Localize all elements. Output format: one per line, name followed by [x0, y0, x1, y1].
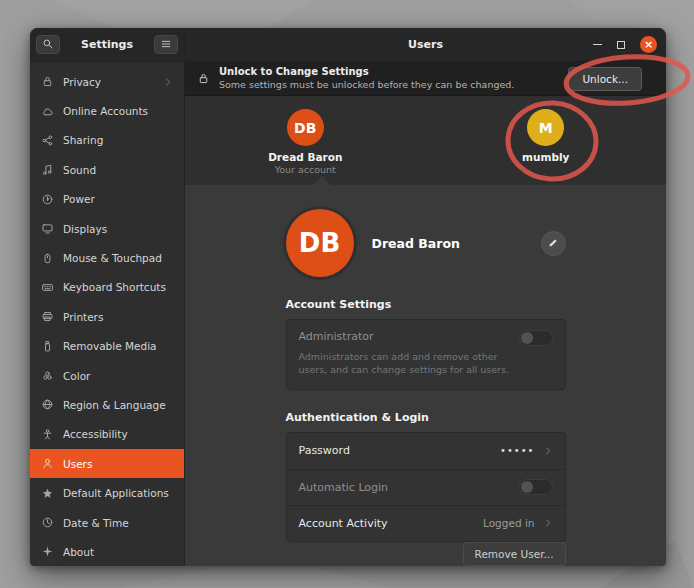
- sidebar-item-users[interactable]: Users: [30, 449, 184, 478]
- sidebar-item-label: Printers: [63, 311, 103, 323]
- password-row[interactable]: Password •••••: [287, 433, 565, 469]
- sidebar-item-sound[interactable]: Sound: [30, 155, 184, 184]
- window-controls: ×: [593, 36, 666, 53]
- titlebar: Users ×: [185, 28, 666, 62]
- search-button[interactable]: [36, 35, 60, 54]
- profile-row: DB Dread Baron: [286, 209, 566, 277]
- edit-name-button[interactable]: [541, 231, 566, 256]
- section-account-settings-title: Account Settings: [286, 298, 566, 311]
- app-title: Settings: [81, 38, 133, 51]
- sidebar-item-displays[interactable]: Displays: [30, 214, 184, 243]
- sidebar-item-label: Date & Time: [63, 517, 129, 529]
- maximize-button[interactable]: [617, 41, 625, 49]
- user-icon: [41, 457, 54, 470]
- sidebar-item-default-applications[interactable]: Default Applications: [30, 478, 184, 507]
- sidebar-header: Settings: [30, 28, 184, 62]
- chevron-right-icon: [163, 77, 173, 87]
- administrator-label: Administrator: [299, 330, 553, 343]
- section-authentication-title: Authentication & Login: [286, 411, 566, 424]
- unlock-banner: Unlock to Change Settings Some settings …: [185, 62, 666, 96]
- administrator-card: Administrator Administrators can add and…: [286, 319, 566, 390]
- administrator-toggle[interactable]: [519, 330, 553, 346]
- carousel-user-mumbly[interactable]: M mumbly: [481, 109, 611, 163]
- automatic-login-row: Automatic Login: [287, 469, 565, 505]
- sidebar-item-date-time[interactable]: Date & Time: [30, 508, 184, 537]
- sidebar-item-label: Displays: [63, 223, 107, 235]
- sidebar-item-keyboard-shortcuts[interactable]: Keyboard Shortcuts: [30, 273, 184, 302]
- accessibility-icon: [41, 428, 54, 441]
- selected-user-caret: [313, 176, 331, 185]
- pencil-icon: [547, 237, 559, 249]
- chevron-right-icon: [543, 518, 553, 528]
- user-carousel: DB Dread Baron Your account M mumbly: [185, 96, 666, 185]
- mouse-icon: [41, 252, 54, 265]
- unlock-text: Unlock to Change Settings Some settings …: [219, 66, 514, 90]
- sidebar-item-color[interactable]: Color: [30, 361, 184, 390]
- cloud-icon: [41, 105, 54, 118]
- sidebar-item-label: Mouse & Touchpad: [63, 252, 162, 264]
- unlock-subtitle: Some settings must be unlocked before th…: [219, 79, 514, 91]
- account-activity-value: Logged in: [483, 517, 534, 529]
- sidebar-item-label: Keyboard Shortcuts: [63, 281, 166, 293]
- carousel-user-dread-baron[interactable]: DB Dread Baron Your account: [240, 109, 370, 175]
- sidebar-item-about[interactable]: About: [30, 537, 184, 566]
- avatar: M: [527, 109, 564, 146]
- password-label: Password: [299, 444, 350, 457]
- sidebar-item-label: Region & Language: [63, 399, 166, 411]
- sidebar-item-online-accounts[interactable]: Online Accounts: [30, 96, 184, 125]
- automatic-login-toggle[interactable]: [519, 479, 553, 495]
- sidebar-item-label: Users: [63, 458, 92, 470]
- music-icon: [41, 163, 54, 176]
- sidebar-item-label: Online Accounts: [63, 105, 148, 117]
- sidebar-item-label: Sound: [63, 164, 96, 176]
- search-icon: [42, 35, 54, 54]
- sidebar-item-label: Accessibility: [63, 428, 128, 440]
- minimize-button[interactable]: [593, 44, 602, 46]
- menu-button[interactable]: [154, 35, 178, 54]
- lock-icon: [41, 75, 54, 88]
- sidebar-item-mouse-touchpad[interactable]: Mouse & Touchpad: [30, 243, 184, 272]
- star-icon: [41, 487, 54, 500]
- administrator-description: Administrators can add and remove other …: [299, 351, 517, 377]
- password-value: •••••: [500, 445, 535, 456]
- user-subtitle: Your account: [275, 164, 336, 175]
- remove-user-button[interactable]: Remove User...: [463, 542, 566, 566]
- printer-icon: [41, 310, 54, 323]
- sidebar: PrivacyOnline AccountsSharingSoundPowerD…: [30, 62, 184, 566]
- sidebar-item-privacy[interactable]: Privacy: [30, 67, 184, 96]
- lock-icon: [197, 72, 210, 85]
- footer-row: Remove User...: [286, 542, 566, 566]
- user-name: Dread Baron: [268, 151, 342, 163]
- sidebar-item-label: Sharing: [63, 134, 103, 146]
- profile-avatar[interactable]: DB: [286, 209, 354, 277]
- globe-icon: [41, 398, 54, 411]
- sidebar-item-accessibility[interactable]: Accessibility: [30, 420, 184, 449]
- user-name: mumbly: [522, 151, 569, 163]
- desktop: Settings PrivacyOnline AccountsSharingSo…: [0, 0, 694, 588]
- sidebar-item-label: Default Applications: [63, 487, 169, 499]
- users-panel: Users × Unlock to Change Settings Some s…: [185, 28, 666, 566]
- sidebar-item-printers[interactable]: Printers: [30, 302, 184, 331]
- sidebar-item-label: About: [63, 546, 94, 558]
- account-activity-label: Account Activity: [299, 517, 388, 530]
- sidebar-item-power[interactable]: Power: [30, 185, 184, 214]
- authentication-card: Password ••••• Automatic Login Account A…: [286, 432, 566, 542]
- sidebar-item-sharing[interactable]: Sharing: [30, 126, 184, 155]
- unlock-button[interactable]: Unlock...: [568, 67, 642, 91]
- sidebar-item-region-language[interactable]: Region & Language: [30, 390, 184, 419]
- clock-icon: [41, 516, 54, 529]
- account-activity-row[interactable]: Account Activity Logged in: [287, 505, 565, 541]
- user-detail-content: DB Dread Baron Account Settings Administ…: [185, 185, 666, 566]
- profile-name: Dread Baron: [372, 236, 460, 251]
- about-icon: [41, 545, 54, 558]
- chevron-right-icon: [543, 446, 553, 456]
- sidebar-item-removable-media[interactable]: Removable Media: [30, 332, 184, 361]
- display-icon: [41, 222, 54, 235]
- sidebar-item-label: Color: [63, 370, 90, 382]
- settings-window: Settings PrivacyOnline AccountsSharingSo…: [30, 28, 666, 566]
- color-icon: [41, 369, 54, 382]
- hamburger-menu-icon: [160, 35, 172, 54]
- sidebar-pane: Settings PrivacyOnline AccountsSharingSo…: [30, 28, 185, 566]
- sidebar-item-label: Power: [63, 193, 95, 205]
- close-button[interactable]: ×: [640, 36, 657, 53]
